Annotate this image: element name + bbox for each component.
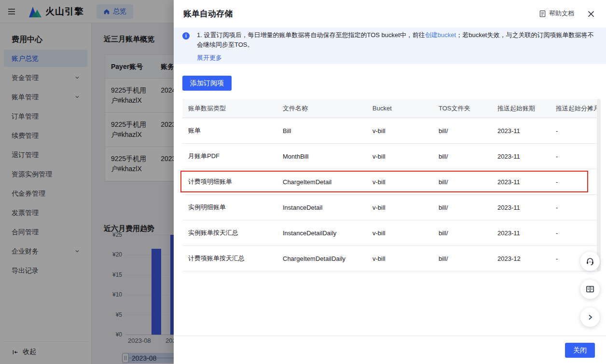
cell-share: - (550, 153, 598, 160)
cell-bucket: v-bill (367, 127, 433, 135)
screen: 火山引擎 总览 费用中心 账户总览 资金管理 账单管理 订单管理 续费管理 退订… (0, 0, 606, 364)
cell-type: 计费项明细账单 (182, 177, 277, 186)
cell-folder: bill/ (433, 153, 492, 160)
cell-share: - (550, 204, 598, 211)
documentation-button[interactable] (580, 280, 600, 299)
subscription-table: 账单数据类型 文件名称 Bucket TOS文件夹 推送起始账期 推送起始分摊月… (182, 99, 598, 271)
cell-file: ChargeItemDetailDaily (277, 255, 367, 262)
cell-share: - (550, 229, 598, 237)
cell-start: 2023-11 (492, 153, 550, 160)
cell-bucket: v-bill (367, 229, 433, 237)
banner-text: 1. 设置订阅项后，每日增量的账单数据将自动保存至您指定的TOS bucket中… (197, 30, 596, 50)
close-button[interactable]: 关闭 (565, 343, 595, 358)
create-bucket-link[interactable]: 创建bucket (425, 31, 456, 39)
header-file-name: 文件名称 (277, 104, 367, 113)
cell-bucket: v-bill (367, 255, 433, 262)
table-row: 计费项账单按天汇总 ChargeItemDetailDaily v-bill b… (182, 246, 598, 271)
drawer-title: 账单自动存储 (183, 8, 233, 19)
info-banner: i 1. 设置订阅项后，每日增量的账单数据将自动保存至您指定的TOS bucke… (174, 27, 606, 64)
cell-folder: bill/ (433, 178, 492, 186)
cell-file: ChargeItemDetail (277, 178, 367, 186)
cell-share: - (550, 127, 598, 135)
cell-file: MonthBill (277, 153, 367, 160)
cell-bucket: v-bill (367, 204, 433, 211)
collapse-panel-button[interactable] (580, 308, 600, 327)
headset-icon (585, 256, 595, 266)
cell-type: 月账单PDF (182, 152, 277, 161)
header-label[interactable]: 账单数据类型 (188, 105, 226, 113)
help-docs-label: 帮助文档 (549, 9, 574, 18)
cell-bucket: v-bill (367, 178, 433, 186)
header-push-start-period: 推送起始账期 (492, 104, 550, 113)
cell-file: InstanceDetailDaily (277, 229, 367, 237)
cell-start: 2023-11 (492, 229, 550, 237)
document-icon (539, 10, 546, 17)
subscription-table-header: 账单数据类型 文件名称 Bucket TOS文件夹 推送起始账期 推送起始分摊月 (182, 99, 598, 118)
cell-type: 账单 (182, 126, 277, 135)
header-push-start-share-month: 推送起始分摊月 (550, 104, 598, 113)
cell-share: - (550, 178, 598, 186)
add-subscription-button[interactable]: 添加订阅项 (182, 76, 232, 91)
cell-start: 2023-12 (492, 255, 550, 262)
close-icon[interactable] (586, 9, 596, 19)
cell-folder: bill/ (433, 229, 492, 237)
drawer-footer: 关闭 (174, 336, 606, 364)
floating-help-widgets (580, 252, 600, 336)
table-row-highlighted: 计费项明细账单 ChargeItemDetail v-bill bill/ 20… (182, 169, 598, 195)
header-bill-data-type: 账单数据类型 (182, 104, 277, 113)
table-row: 月账单PDF MonthBill v-bill bill/ 2023-11 - (182, 144, 598, 169)
table-row: 实例明细账单 InstanceDetail v-bill bill/ 2023-… (182, 195, 598, 220)
cell-start: 2023-11 (492, 204, 550, 211)
cell-folder: bill/ (433, 204, 492, 211)
banner-text-segment: 1. 设置订阅项后，每日增量的账单数据将自动保存至您指定的TOS bucket中… (197, 31, 425, 39)
table-row: 账单 Bill v-bill bill/ 2023-11 - (182, 118, 598, 144)
cell-type: 实例明细账单 (182, 203, 277, 212)
open-book-icon (585, 284, 595, 294)
drawer-header: 账单自动存储 帮助文档 (174, 0, 606, 27)
header-bucket: Bucket (367, 105, 433, 112)
expand-more-link[interactable]: 展开更多 (197, 54, 222, 62)
table-row: 实例账单按天汇总 InstanceDetailDaily v-bill bill… (182, 220, 598, 246)
cell-bucket: v-bill (367, 153, 433, 160)
cell-type: 实例账单按天汇总 (182, 229, 277, 237)
info-icon: i (182, 32, 190, 40)
header-tos-folder: TOS文件夹 (433, 104, 492, 113)
cell-folder: bill/ (433, 127, 492, 135)
cell-type: 计费项账单按天汇总 (182, 254, 277, 263)
table-scrollbar[interactable] (597, 99, 601, 271)
cell-start: 2023-11 (492, 127, 550, 135)
customer-service-button[interactable] (580, 252, 600, 271)
cell-file: InstanceDetail (277, 204, 367, 211)
bill-auto-storage-drawer: 账单自动存储 帮助文档 i 1. 设置订阅项后，每日增量的账单数据将自动保存至您… (174, 0, 606, 364)
cell-file: Bill (277, 127, 367, 135)
help-docs-link[interactable]: 帮助文档 (539, 9, 574, 18)
cell-folder: bill/ (433, 255, 492, 262)
chevron-right-icon (587, 314, 593, 321)
cell-start: 2023-11 (492, 178, 550, 186)
